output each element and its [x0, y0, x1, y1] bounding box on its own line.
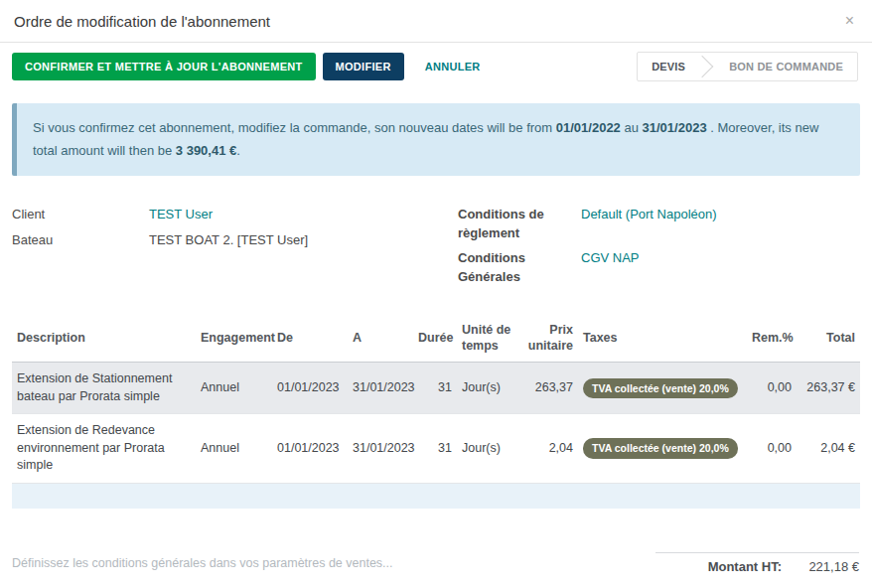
client-link[interactable]: TEST User	[149, 206, 213, 224]
totals-summary: Montant HT: 221,18 € Taxes: 44,23 € Tota…	[655, 552, 859, 588]
cell-unite: Jour(s)	[457, 363, 516, 414]
table-row[interactable]: Extension de Stationnement bateau par Pr…	[12, 363, 860, 414]
cell-a: 31/01/2023	[348, 363, 413, 414]
general-conditions-link[interactable]: CGV NAP	[581, 249, 640, 268]
montant-ht-row: Montant HT: 221,18 €	[655, 552, 859, 580]
alert-text: au	[621, 120, 643, 135]
modify-button[interactable]: MODIFIER	[323, 53, 404, 80]
header-unite-de-temps: Unité de temps	[457, 318, 516, 363]
cell-description: Extension de Redevance environnement par…	[12, 414, 196, 484]
modal-header: Ordre de modification de l'abonnement ×	[0, 0, 872, 43]
cell-rem: 0,00	[747, 363, 797, 414]
general-conditions-field: Conditions Générales CGV NAP	[458, 249, 860, 287]
confirmation-info-alert: Si vous confirmez cet abonnement, modifi…	[12, 103, 860, 176]
fields-left-column: Client TEST User Bateau TEST BOAT 2. [TE…	[12, 206, 436, 294]
header-total: Total	[797, 318, 860, 363]
tax-badge: TVA collectée (vente) 20,0%	[583, 438, 738, 459]
header-a: A	[348, 318, 413, 363]
statusbar-step-bon-de-commande[interactable]: BON DE COMMANDE	[715, 53, 857, 80]
payment-terms-field: Conditions de règlement Default (Port Na…	[458, 206, 860, 243]
table-row[interactable]: Extension de Redevance environnement par…	[12, 414, 860, 484]
cell-de: 01/01/2023	[272, 363, 348, 414]
cell-taxes: TVA collectée (vente) 20,0%	[578, 363, 747, 414]
cell-a: 31/01/2023	[348, 414, 413, 484]
form-fields: Client TEST User Bateau TEST BOAT 2. [TE…	[12, 206, 860, 294]
bateau-value: TEST BOAT 2. [TEST User]	[149, 231, 308, 250]
terms-and-conditions-area	[12, 556, 397, 588]
bateau-field: Bateau TEST BOAT 2. [TEST User]	[12, 231, 436, 250]
close-icon[interactable]: ×	[841, 11, 858, 31]
general-conditions-label: Conditions Générales	[458, 249, 581, 287]
cancel-button[interactable]: ANNULER	[412, 53, 494, 80]
cell-rem: 0,00	[747, 414, 797, 484]
tax-badge: TVA collectée (vente) 20,0%	[583, 378, 738, 399]
subscription-modification-modal: Ordre de modification de l'abonnement × …	[0, 0, 872, 588]
client-label: Client	[12, 206, 149, 224]
cell-duree: 31	[413, 414, 457, 484]
header-prix-unitaire: Prix unitaire	[516, 318, 578, 363]
modal-title: Ordre de modification de l'abonnement	[14, 13, 270, 30]
cell-unite: Jour(s)	[457, 414, 516, 484]
alert-text: Si vous confirmez cet abonnement, modifi…	[33, 120, 556, 135]
alert-text: .	[236, 143, 240, 158]
order-lines-table: Description Engagement De A Durée Unité …	[12, 318, 860, 509]
header-engagement: Engagement	[196, 318, 272, 363]
cell-engagement: Annuel	[196, 414, 272, 484]
table-header-row: Description Engagement De A Durée Unité …	[12, 318, 860, 363]
toolbar: CONFIRMER ET METTRE À JOUR L'ABONNEMENT …	[0, 43, 872, 89]
montant-ht-label: Montant HT:	[655, 559, 782, 574]
statusbar: DEVIS BON DE COMMANDE	[637, 52, 858, 81]
montant-ht-value: 221,18 €	[782, 559, 859, 574]
cell-duree: 31	[413, 363, 457, 414]
terms-textarea[interactable]	[12, 556, 397, 588]
cell-de: 01/01/2023	[272, 414, 348, 484]
bateau-label: Bateau	[12, 231, 149, 250]
footer: Montant HT: 221,18 € Taxes: 44,23 € Tota…	[12, 552, 860, 588]
payment-terms-link[interactable]: Default (Port Napoléon)	[581, 206, 717, 224]
header-taxes: Taxes	[578, 318, 747, 363]
toolbar-buttons: CONFIRMER ET METTRE À JOUR L'ABONNEMENT …	[12, 53, 494, 80]
header-duree: Durée	[413, 318, 457, 363]
client-field: Client TEST User	[12, 206, 436, 224]
cell-prix: 263,37	[516, 363, 578, 414]
fields-right-column: Conditions de règlement Default (Port Na…	[436, 206, 860, 294]
taxes-row: Taxes: 44,23 €	[655, 580, 859, 588]
empty-highlight-row[interactable]	[12, 483, 860, 509]
cell-engagement: Annuel	[196, 363, 272, 414]
cell-description: Extension de Stationnement bateau par Pr…	[12, 363, 196, 414]
statusbar-arrow-icon	[699, 53, 715, 80]
cell-taxes: TVA collectée (vente) 20,0%	[578, 414, 747, 484]
alert-date-to: 31/01/2023	[643, 120, 707, 135]
alert-date-from: 01/01/2022	[556, 120, 621, 135]
alert-amount: 3 390,41 €	[176, 143, 236, 158]
cell-total: 263,37 €	[797, 363, 860, 414]
payment-terms-label: Conditions de règlement	[458, 206, 581, 243]
confirm-update-subscription-button[interactable]: CONFIRMER ET METTRE À JOUR L'ABONNEMENT	[12, 53, 316, 80]
header-rem: Rem.%	[747, 318, 797, 363]
cell-total: 2,04 €	[797, 414, 860, 484]
header-description: Description	[12, 318, 196, 363]
header-de: De	[272, 318, 348, 363]
cell-prix: 2,04	[516, 414, 578, 484]
